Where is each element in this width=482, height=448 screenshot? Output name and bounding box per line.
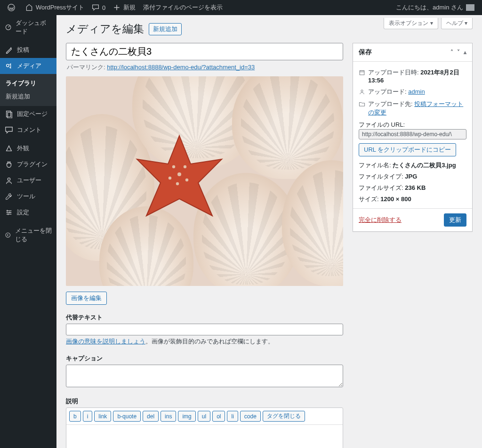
qt-b[interactable]: b xyxy=(69,411,81,422)
menu-appearance[interactable]: 外観 xyxy=(0,140,56,156)
svg-point-7 xyxy=(177,172,181,176)
site-name[interactable]: WordPressサイト xyxy=(22,0,88,15)
starfish-icon xyxy=(132,131,226,225)
wp-logo[interactable] xyxy=(4,0,22,15)
new-content[interactable]: 新規 xyxy=(109,0,139,15)
svg-point-10 xyxy=(176,182,179,185)
quicktags-toolbar: bilinkb-quotedelinsimgulollicodeタグを閉じる xyxy=(66,408,343,425)
avatar-icon xyxy=(466,4,474,11)
qt-ol[interactable]: ol xyxy=(212,411,225,422)
add-new-button[interactable]: 新規追加 xyxy=(149,23,182,35)
svg-point-12 xyxy=(169,176,171,179)
menu-users[interactable]: ユーザー xyxy=(0,172,56,188)
folder-icon xyxy=(359,101,365,107)
menu-plugins[interactable]: プラグイン xyxy=(0,156,56,172)
qt-img[interactable]: img xyxy=(178,411,195,422)
page-title: メディアを編集 xyxy=(66,22,144,36)
qt-b-quote[interactable]: b-quote xyxy=(113,411,141,422)
alt-text-help: 画像の意味を説明しましょう。画像が装飾目的のみであれば空欄にします。 xyxy=(66,337,343,346)
svg-rect-3 xyxy=(7,111,11,117)
qt-ul[interactable]: ul xyxy=(198,411,210,422)
screen-options-tab[interactable]: 表示オプション ▾ xyxy=(384,18,438,29)
svg-point-11 xyxy=(185,178,188,181)
metabox-down-icon[interactable]: ˅ xyxy=(457,49,460,56)
svg-point-14 xyxy=(361,90,363,92)
description-input[interactable] xyxy=(66,425,343,448)
file-url-input[interactable] xyxy=(359,129,466,139)
qt-i[interactable]: i xyxy=(83,411,93,422)
my-account[interactable]: こんにちは、admin さん xyxy=(392,0,478,15)
submenu-add-new[interactable]: 新規追加 xyxy=(0,90,56,103)
menu-media[interactable]: メディア xyxy=(0,58,56,74)
edit-image-button[interactable]: 画像を編集 xyxy=(66,292,107,305)
comments-count[interactable]: 0 xyxy=(88,0,109,15)
qt-タグを閉じる[interactable]: タグを閉じる xyxy=(263,411,305,422)
qt-link[interactable]: link xyxy=(94,411,111,422)
save-metabox: 保存 ˄ ˅ ▴ アップロード日時: 2021年8月2日 13:56 アップロー… xyxy=(353,43,473,232)
permalink-link[interactable]: http://localhost:8888/wp-demo-edu/?attac… xyxy=(107,64,255,71)
caption-label: キャプション xyxy=(66,354,343,363)
qt-del[interactable]: del xyxy=(143,411,159,422)
menu-tools[interactable]: ツール xyxy=(0,188,56,204)
metabox-toggle-icon[interactable]: ▴ xyxy=(464,49,466,56)
svg-point-6 xyxy=(6,233,10,237)
calendar-icon xyxy=(359,69,365,76)
submenu-media: ライブラリ 新規追加 xyxy=(0,74,56,106)
menu-settings[interactable]: 設定 xyxy=(0,204,56,220)
metabox-up-icon[interactable]: ˄ xyxy=(450,49,453,56)
qt-li[interactable]: li xyxy=(227,411,238,422)
help-tab[interactable]: ヘルプ ▾ xyxy=(441,18,473,29)
qt-ins[interactable]: ins xyxy=(161,411,176,422)
view-attachment-page[interactable]: 添付ファイルのページを表示 xyxy=(139,0,226,15)
svg-point-8 xyxy=(172,165,175,168)
menu-posts[interactable]: 投稿 xyxy=(0,42,56,58)
uploaded-by-link[interactable]: admin xyxy=(408,88,425,95)
svg-point-2 xyxy=(7,64,9,66)
delete-permanently-link[interactable]: 完全に削除する xyxy=(359,216,402,224)
menu-pages[interactable]: 固定ページ xyxy=(0,106,56,122)
alt-help-link[interactable]: 画像の意味を説明しましょう xyxy=(66,338,145,345)
update-button[interactable]: 更新 xyxy=(444,213,466,227)
user-icon xyxy=(359,89,365,95)
svg-rect-13 xyxy=(360,71,364,75)
alt-text-input[interactable] xyxy=(66,324,343,335)
svg-point-9 xyxy=(184,165,186,168)
svg-rect-4 xyxy=(8,112,12,118)
alt-text-label: 代替テキスト xyxy=(66,313,343,322)
qt-code[interactable]: code xyxy=(240,411,261,422)
file-url-label: ファイルの URL: xyxy=(359,121,466,129)
menu-comments[interactable]: コメント xyxy=(0,122,56,138)
collapse-menu[interactable]: メニューを閉じる xyxy=(0,223,56,247)
svg-point-5 xyxy=(8,178,10,180)
caption-input[interactable] xyxy=(66,365,343,387)
copy-url-button[interactable]: URL をクリップボードにコピー xyxy=(359,143,456,156)
attachment-title-input[interactable] xyxy=(66,43,343,60)
menu-dashboard[interactable]: ダッシュボード xyxy=(0,15,56,40)
save-metabox-title: 保存 xyxy=(359,48,372,57)
description-label: 説明 xyxy=(66,397,343,406)
submenu-library[interactable]: ライブラリ xyxy=(0,77,56,90)
permalink-row: パーマリンク: http://localhost:8888/wp-demo-ed… xyxy=(67,63,342,72)
attachment-preview xyxy=(66,76,343,286)
